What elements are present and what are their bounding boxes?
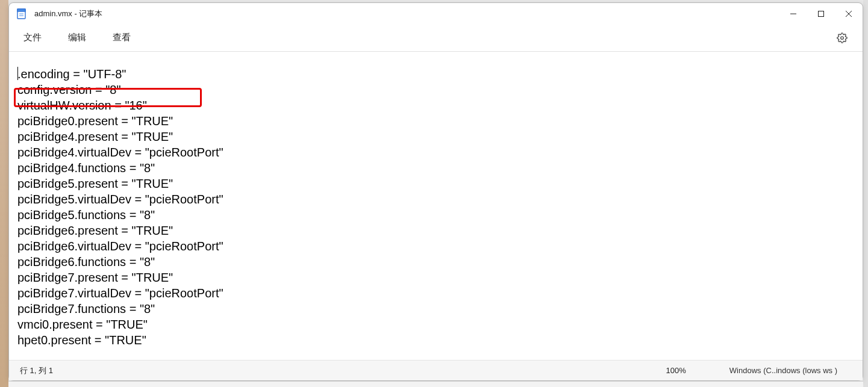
statusbar: 行 1, 列 1 100% Windows (C..indows (lows w… bbox=[9, 360, 863, 380]
text-line: pciBridge6.present = "TRUE" bbox=[17, 223, 854, 238]
menu-view[interactable]: 查看 bbox=[108, 29, 136, 46]
text-editor-area[interactable]: .encoding = "UTF-8" config.version = "8"… bbox=[9, 52, 863, 360]
menubar: 文件 编辑 查看 bbox=[9, 25, 863, 51]
text-line: pciBridge4.virtualDev = "pcieRootPort" bbox=[17, 144, 854, 160]
notepad-window: admin.vmx - 记事本 文件 编辑 查看 .encod bbox=[8, 2, 863, 381]
svg-rect-1 bbox=[17, 9, 25, 11]
settings-button[interactable] bbox=[831, 27, 853, 49]
text-line: pciBridge7.virtualDev = "pcieRootPort" bbox=[17, 285, 854, 301]
svg-point-8 bbox=[841, 36, 844, 39]
text-caret bbox=[17, 67, 18, 80]
desktop-left-edge bbox=[0, 0, 8, 387]
text-line: pciBridge5.functions = "8" bbox=[17, 207, 854, 223]
text-line: hpet0.present = "TRUE" bbox=[17, 332, 854, 348]
notepad-app-icon bbox=[16, 8, 27, 19]
text-line: .encoding = "UTF-8" bbox=[17, 66, 854, 82]
text-line: pciBridge6.functions = "8" bbox=[17, 254, 854, 270]
text-line-highlighted: virtualHW.version = "16" bbox=[17, 98, 854, 113]
desktop-taskbar-fragment bbox=[8, 381, 863, 387]
minimize-button[interactable] bbox=[779, 3, 807, 25]
desktop-right-edge bbox=[863, 0, 868, 387]
text-line: pciBridge6.virtualDev = "pcieRootPort" bbox=[17, 238, 854, 254]
status-cursor-position: 行 1, 列 1 bbox=[20, 365, 53, 376]
text-line: pciBridge5.present = "TRUE" bbox=[17, 176, 854, 191]
svg-rect-5 bbox=[819, 11, 824, 17]
text-line: pciBridge4.present = "TRUE" bbox=[17, 129, 854, 144]
text-line: pciBridge4.functions = "8" bbox=[17, 160, 854, 176]
text-line: vmci0.present = "TRUE" bbox=[17, 317, 854, 332]
status-encoding[interactable]: Windows (C..indows (lows ws ) bbox=[715, 366, 852, 375]
text-line: pciBridge7.present = "TRUE" bbox=[17, 270, 854, 285]
text-line: pciBridge7.functions = "8" bbox=[17, 301, 854, 317]
text-line: pciBridge0.present = "TRUE" bbox=[17, 113, 854, 129]
close-button[interactable] bbox=[835, 3, 863, 25]
menu-file[interactable]: 文件 bbox=[19, 29, 46, 46]
menu-edit[interactable]: 编辑 bbox=[63, 29, 91, 46]
text-line: config.version = "8" bbox=[17, 82, 854, 98]
titlebar[interactable]: admin.vmx - 记事本 bbox=[9, 3, 863, 25]
status-zoom[interactable]: 100% bbox=[652, 366, 715, 375]
maximize-button[interactable] bbox=[807, 3, 835, 25]
window-title: admin.vmx - 记事本 bbox=[34, 8, 102, 19]
text-line: pciBridge5.virtualDev = "pcieRootPort" bbox=[17, 191, 854, 207]
window-controls bbox=[779, 3, 863, 25]
